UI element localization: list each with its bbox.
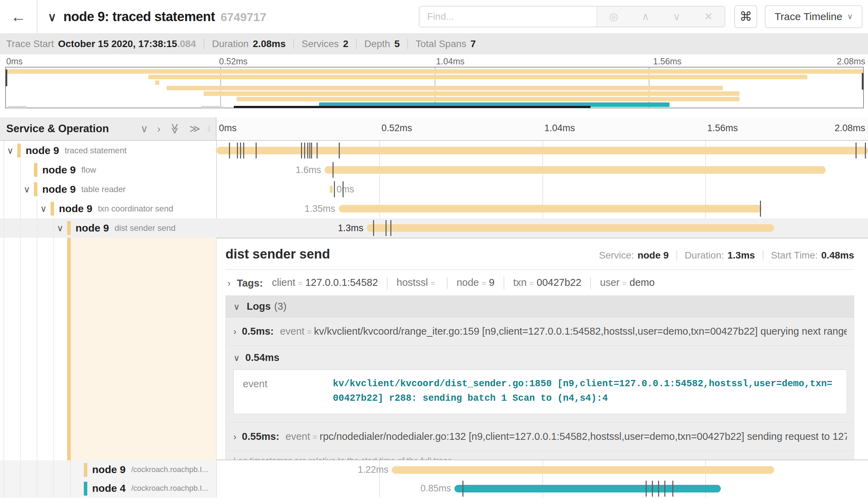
span-row-timeline-cell[interactable]: 1.3ms [216,218,868,238]
tree-indent-guide [37,460,37,479]
back-button[interactable]: ← [0,0,37,33]
tag-item[interactable]: txn=00427b22 [513,277,582,288]
log-entry[interactable]: ›0.5ms:event=kv/kvclient/kvcoord/range_i… [226,317,854,346]
span-duration-bar[interactable] [216,147,868,154]
tree-indent-guide [53,460,54,479]
operation-name: traced statement [65,146,127,155]
tag-item[interactable]: client=127.0.0.1:54582 [272,277,378,288]
ruler-tick-label: 2.08ms [837,56,865,66]
log-entry-header[interactable]: ∨0.54ms [233,352,847,363]
summary-item-label: Depth [364,38,390,49]
tag-item[interactable]: hostssl= [397,277,438,288]
span-collapse-icon[interactable]: ∨ [57,223,63,234]
summary-item: Services2 [302,38,348,49]
summary-separator [356,39,357,49]
collapse-one-icon[interactable]: ∨ [140,124,148,134]
span-row-timeline-cell[interactable]: 1.22ms [216,460,868,479]
find-tools: ◎ ∧ ∨ ✕ [596,7,725,27]
span-row-timeline-cell[interactable]: 1.6ms [216,160,868,180]
span-row-timeline-cell[interactable] [216,141,868,160]
minimap-span-bar [155,80,159,85]
expand-all-icon[interactable]: ≫ [189,124,200,134]
span-row-name-cell[interactable]: node 4/cockroach.roachpb.I... [0,479,216,498]
span-row-name-cell[interactable]: ∨node 9traced statement [0,141,216,160]
span-row[interactable]: ∨node 9table reader0ms [0,180,868,199]
tags-label: Tags: [237,278,263,289]
ruler-tick-label: 0ms [219,123,237,134]
minimap-viewport-scrubber[interactable] [234,106,591,108]
span-collapse-icon[interactable]: ∨ [24,184,30,195]
span-row-name-cell[interactable]: node 9flow [0,160,216,180]
span-row-name-cell[interactable]: ∨node 9txn coordinator send [0,199,216,218]
clear-search-icon[interactable]: ✕ [704,11,713,22]
tag-value: 9 [489,277,495,288]
span-row-name-cell[interactable]: ∨node 9table reader [0,180,216,199]
summary-item: Total Spans7 [416,38,476,49]
log-marker-tick [646,481,647,497]
command-icon: ⌘ [739,9,752,24]
span-row-timeline-cell[interactable]: 1.35ms [216,199,868,218]
tag-item[interactable]: node=9 [457,277,495,288]
tag-value: 00427b22 [537,277,581,288]
tag-key: node [457,277,479,288]
span-duration-bar[interactable] [325,166,826,174]
tag-separator [590,277,591,289]
span-collapse-icon[interactable]: ∨ [7,145,14,156]
operation-name: txn coordinator send [98,204,173,214]
span-row-name-cell[interactable]: ∨node 9dist sender send [0,218,216,238]
span-duration-bar[interactable] [392,466,774,474]
service-color-bar [17,144,21,157]
span-duration-bar[interactable] [454,485,721,492]
service-name: node 4 [92,482,126,494]
tag-separator [504,277,504,289]
span-row-timeline-cell[interactable]: 0ms [216,180,868,199]
log-marker-tick [339,143,340,159]
span-detail-meta: Service:node 9Duration:1.3msStart Time:0… [599,250,854,261]
span-row[interactable]: ∨node 9dist sender send1.3ms [0,218,868,238]
prev-match-icon[interactable]: ∧ [642,11,649,22]
log-timestamp: 0.54ms [245,352,279,363]
collapse-all-icon[interactable]: ≫ [170,123,180,134]
log-marker-tick [865,143,866,159]
tag-item[interactable]: user=demo [600,277,655,288]
span-row[interactable]: node 4/cockroach.roachpb.I...0.85ms [0,479,868,498]
span-collapse-icon[interactable]: ∨ [40,203,47,214]
meta-value: node 9 [637,250,668,261]
logs-accordion: ∨ Logs (3) ›0.5ms:event=kv/kvclient/kvco… [225,296,854,460]
tree-indent-guide [3,180,4,199]
log-marker-tick [652,481,653,497]
trace-view-selector[interactable]: Trace Timeline ∨ [765,5,862,28]
scroll-to-match-icon[interactable]: ◎ [609,11,618,22]
span-duration-bar[interactable] [367,224,774,232]
tag-separator [447,277,448,289]
tags-row[interactable]: › Tags: client=127.0.0.1:54582hostssl=no… [225,270,854,296]
tree-indent-guide [3,218,4,238]
expand-one-icon[interactable]: › [157,124,160,134]
span-duration-bar[interactable] [330,185,333,193]
span-row[interactable]: node 9flow1.6ms [0,160,868,180]
minimap-left-drag-handle[interactable] [6,70,7,86]
span-row-name-cell[interactable]: node 9/cockroach.roachpb.I... [0,460,216,479]
span-detail-panel: dist sender send Service:node 9Duration:… [216,238,868,460]
collapse-trace-icon[interactable]: ∨ [48,10,56,24]
keyboard-shortcuts-button[interactable]: ⌘ [734,5,757,28]
logs-header[interactable]: ∨ Logs (3) [226,296,854,317]
meta-separator [763,250,763,261]
tag-key: client [272,277,295,288]
summary-item-label: Trace Start [6,38,54,49]
next-match-icon[interactable]: ∨ [673,11,681,22]
span-duration-bar[interactable] [339,205,762,212]
find-input[interactable] [419,7,596,27]
minimap-canvas[interactable] [5,67,864,108]
ruler-tick-label: 1.04ms [544,123,575,134]
span-row[interactable]: node 9/cockroach.roachpb.I...1.22ms [0,460,868,479]
summary-item-suffix: .084 [177,38,196,49]
span-row[interactable]: ∨node 9txn coordinator send1.35ms [0,199,868,218]
column-resize-grip[interactable]: ‖ [207,124,211,134]
log-marker-tick [229,143,230,159]
span-row-timeline-cell[interactable]: 0.85ms [216,479,868,498]
log-entry[interactable]: ›0.55ms:event=rpc/nodedialer/nodedialer.… [226,423,854,451]
span-row[interactable]: ∨node 9traced statement [0,141,868,160]
minimap-right-drag-handle[interactable] [862,73,863,90]
tag-equals: = [431,279,435,288]
